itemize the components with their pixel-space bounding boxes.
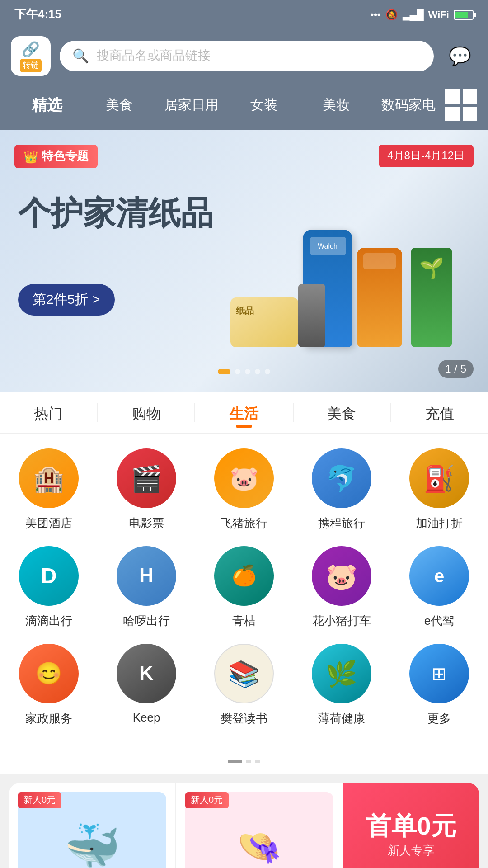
banner-products: Walch 纸品 🌱: [262, 148, 479, 374]
service-didi[interactable]: D 滴滴出行: [4, 546, 94, 629]
section-tabs: 热门 购物 生活 美食 充值: [0, 392, 488, 434]
promo-sub: 新人专享: [388, 842, 435, 859]
service-more[interactable]: ⊞ 更多: [394, 644, 484, 727]
section-tab-shop[interactable]: 购物: [98, 392, 194, 433]
wifi-icon: WiFi: [428, 9, 449, 20]
cat-tab-digital[interactable]: 数码家电: [372, 93, 445, 117]
more-icon: ⊞: [409, 644, 469, 703]
service-ctrip[interactable]: 🐬 携程旅行: [296, 448, 387, 532]
section-tab-hot[interactable]: 热门: [0, 392, 97, 433]
promo-title: 首单0元: [366, 813, 456, 839]
app-logo[interactable]: 🔗 转链: [11, 36, 51, 76]
qingju-icon: 🍊: [214, 546, 274, 606]
product-card-1[interactable]: 🐳 新人0元 ¥5.9: [9, 783, 176, 868]
product-badge-1: 新人0元: [18, 792, 61, 808]
cat-tab-jiaju[interactable]: 居家日用: [155, 93, 228, 117]
service-meituan[interactable]: 🏨 美团酒店: [4, 448, 94, 532]
service-fliggy[interactable]: 🐷 飞猪旅行: [199, 448, 289, 532]
product-section: 🐳 新人0元 ¥5.9 👒 新人0元 ¥6.9 首单0元 新人专享 马上抢购: [9, 783, 479, 868]
product-card-2[interactable]: 👒 新人0元 ¥6.9: [176, 783, 343, 868]
header: 🔗 转链 🔍 搜商品名或商品链接 💬: [0, 29, 488, 83]
grid-dots: [0, 756, 488, 774]
service-mint[interactable]: 🌿 薄荷健康: [296, 644, 387, 727]
service-edaijia[interactable]: e e代驾: [394, 546, 484, 629]
cat-tab-nvzhuang[interactable]: 女装: [228, 93, 300, 117]
promo-card[interactable]: 首单0元 新人专享 马上抢购: [343, 783, 479, 868]
service-row-1: 🏨 美团酒店 🎬 电影票 🐷 飞猪旅行 🐬 携程旅行 ⛽ 加油打折: [0, 448, 488, 532]
movie-icon: 🎬: [117, 448, 176, 508]
fuel-icon: ⛽: [409, 448, 469, 508]
mint-icon: 🌿: [312, 644, 371, 703]
cat-tab-jingxuan[interactable]: 精选: [11, 91, 83, 119]
search-icon: 🔍: [72, 48, 89, 64]
jiajia-icon: 😊: [19, 644, 79, 703]
service-keep[interactable]: K Keep: [101, 644, 192, 727]
battery-icon: [454, 9, 474, 19]
status-icons: ••• 🔕 ▂▄█ WiFi: [370, 9, 474, 20]
banner-dots: [218, 369, 270, 374]
service-movie[interactable]: 🎬 电影票: [101, 448, 192, 532]
dots-icon: •••: [370, 9, 380, 20]
didi-icon: D: [19, 546, 79, 606]
service-row-2: D 滴滴出行 H 哈啰出行 🍊 青桔 🐷 花小猪打车 e e代驾: [0, 546, 488, 629]
section-tab-recharge[interactable]: 充值: [391, 392, 488, 433]
search-bar[interactable]: 🔍 搜商品名或商品链接: [60, 41, 434, 71]
banner[interactable]: 👑 特色专题 4月8日-4月12日 个护家清纸品 第2件5折 > Walch: [0, 130, 488, 392]
banner-counter: 1 / 5: [438, 360, 474, 378]
category-tabs: 精选 美食 居家日用 女装 美妆 数码家电: [0, 83, 488, 130]
hellobike-icon: H: [117, 546, 176, 606]
status-time: 下午4:15: [14, 6, 61, 23]
logo-icon: 🔗: [22, 40, 40, 57]
cat-tab-meizhuang[interactable]: 美妆: [300, 93, 372, 117]
search-placeholder: 搜商品名或商品链接: [97, 48, 211, 64]
section-tab-food[interactable]: 美食: [293, 392, 390, 433]
cat-tab-more[interactable]: [445, 89, 477, 121]
meituan-icon: 🏨: [19, 448, 79, 508]
service-huaxiaozhudi[interactable]: 🐷 花小猪打车: [296, 546, 387, 629]
chat-button[interactable]: 💬: [443, 39, 477, 73]
status-bar: 下午4:15 ••• 🔕 ▂▄█ WiFi: [0, 0, 488, 29]
bell-icon: 🔕: [385, 9, 398, 20]
service-fuel[interactable]: ⛽ 加油打折: [394, 448, 484, 532]
banner-tag: 👑 特色专题: [14, 145, 98, 168]
service-row-3: 😊 家政服务 K Keep 📚 樊登读书 🌿 薄荷健康 ⊞ 更多: [0, 644, 488, 727]
edaijia-icon: e: [409, 546, 469, 606]
keep-icon: K: [117, 644, 176, 703]
huaxiaozhudi-icon: 🐷: [312, 546, 371, 606]
signal-icon: ▂▄█: [403, 9, 424, 20]
fliggy-icon: 🐷: [214, 448, 274, 508]
ctrip-icon: 🐬: [312, 448, 371, 508]
product-row: 🐳 新人0元 ¥5.9 👒 新人0元 ¥6.9 首单0元 新人专享 马上抢购: [9, 783, 479, 868]
service-qingju[interactable]: 🍊 青桔: [199, 546, 289, 629]
service-hellobike[interactable]: H 哈啰出行: [101, 546, 192, 629]
banner-promo[interactable]: 第2件5折 >: [18, 284, 114, 316]
service-grid: 🏨 美团酒店 🎬 电影票 🐷 飞猪旅行 🐬 携程旅行 ⛽ 加油打折: [0, 434, 488, 756]
cat-tab-meishi[interactable]: 美食: [83, 93, 155, 117]
logo-tag: 转链: [20, 58, 42, 72]
banner-title: 个护家清纸品: [18, 193, 213, 232]
fandeng-icon: 📚: [214, 644, 274, 703]
service-jiajia[interactable]: 😊 家政服务: [4, 644, 94, 727]
service-fandeng[interactable]: 📚 樊登读书: [199, 644, 289, 727]
product-badge-2: 新人0元: [185, 792, 228, 808]
section-tab-life[interactable]: 生活: [196, 392, 292, 433]
